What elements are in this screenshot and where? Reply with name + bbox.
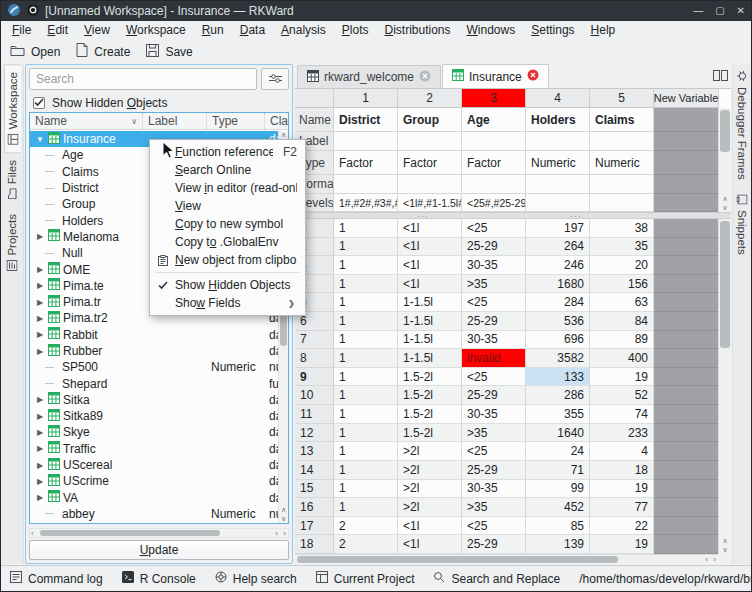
meta-cell-name-c5[interactable]: Claims	[590, 108, 654, 132]
cell-r1c1[interactable]: 1	[334, 219, 398, 238]
sidebar-tab-snippets[interactable]: Snippets	[734, 187, 750, 262]
cell-r12c2[interactable]: 1.5-2l	[398, 424, 462, 443]
cell-r10c1[interactable]: 1	[334, 386, 398, 405]
cell-r6c5[interactable]: 84	[590, 312, 654, 331]
chevron-down-icon[interactable]: ▼	[35, 135, 45, 144]
statusbar-current-project[interactable]: Current Project	[316, 571, 415, 586]
statusbar-r-console[interactable]: R Console	[122, 571, 196, 586]
tree-item-rabbit[interactable]: ▶Rabbitdat	[30, 327, 278, 343]
context-menu-item-copy-to-globalenv[interactable]: Copy to .GlobalEnv	[150, 233, 305, 251]
new-variable-cell-r15[interactable]	[654, 480, 719, 499]
cell-r3c3[interactable]: 30-35	[462, 256, 526, 275]
meta-cell-type-c4[interactable]: Numeric	[526, 151, 590, 175]
cell-r6c1[interactable]: 1	[334, 312, 398, 331]
save-button[interactable]: Save	[146, 44, 192, 60]
tree-header-type[interactable]: Type	[206, 113, 264, 129]
cell-r11c3[interactable]: 30-35	[462, 405, 526, 424]
new-variable-column-header[interactable]: #New Variable#	[654, 89, 719, 108]
tree-header-class[interactable]: Cla	[264, 113, 288, 129]
cell-r7c4[interactable]: 696	[526, 331, 590, 350]
meta-cell-label-c2[interactable]	[398, 132, 462, 151]
cell-r15c5[interactable]: 19	[590, 480, 654, 499]
meta-cell-levels-c3[interactable]: <25#,#25-29#...	[462, 194, 526, 212]
scroll-right-icon[interactable]: ›	[713, 555, 716, 564]
scroll-right-icon[interactable]: ›	[283, 529, 286, 537]
cell-r7c3[interactable]: 30-35	[462, 331, 526, 350]
cell-r12c5[interactable]: 233	[590, 424, 654, 443]
sidebar-tab-files[interactable]: Files	[4, 153, 20, 206]
cell-r18c2[interactable]: <1l	[398, 535, 462, 554]
cell-r3c5[interactable]: 20	[590, 256, 654, 275]
tree-item-abbey[interactable]: abbeyNumericnum	[30, 506, 278, 522]
cell-r11c4[interactable]: 355	[526, 405, 590, 424]
cell-r17c4[interactable]: 85	[526, 517, 590, 536]
menu-edit[interactable]: Edit	[39, 21, 76, 39]
cell-r5c3[interactable]: <25	[462, 293, 526, 312]
new-variable-cell-r4[interactable]	[654, 275, 719, 294]
tree-horizontal-scrollbar[interactable]: ‹ ‹ ›	[29, 528, 289, 538]
cell-r15c2[interactable]: >2l	[398, 480, 462, 499]
row-splitter[interactable]: ······	[295, 212, 731, 219]
tab-close-icon[interactable]	[527, 69, 539, 84]
cell-r1c2[interactable]: <1l	[398, 219, 462, 238]
cell-r5c1[interactable]: 1	[334, 293, 398, 312]
new-variable-cell-r6[interactable]	[654, 312, 719, 331]
new-variable-cell-r2[interactable]	[654, 238, 719, 257]
row-number-13[interactable]: 13	[295, 442, 334, 461]
new-variable-cell-r17[interactable]	[654, 517, 719, 536]
context-menu-item-show-fields[interactable]: Show Fields❯	[150, 294, 305, 312]
cell-r3c4[interactable]: 246	[526, 256, 590, 275]
sidebar-tab-debugger-frames[interactable]: Debugger Frames	[734, 64, 750, 187]
cell-r8c3[interactable]: invalid	[462, 349, 526, 368]
maximize-button[interactable]: ▢	[715, 6, 724, 16]
cell-r11c2[interactable]: 1.5-2l	[398, 405, 462, 424]
context-menu-item-function-reference[interactable]: Function referenceF2	[150, 143, 305, 161]
column-header-1[interactable]: 1	[334, 89, 398, 108]
scroll-up-icon[interactable]: ∧	[719, 537, 731, 545]
cell-r5c4[interactable]: 284	[526, 293, 590, 312]
cell-r11c5[interactable]: 74	[590, 405, 654, 424]
column-header-5[interactable]: 5	[590, 89, 654, 108]
cell-r16c4[interactable]: 452	[526, 498, 590, 517]
meta-cell-format-c4[interactable]	[526, 175, 590, 194]
cell-r12c4[interactable]: 1640	[526, 424, 590, 443]
new-variable-cell-r14[interactable]	[654, 461, 719, 480]
cell-r2c5[interactable]: 35	[590, 238, 654, 257]
tree-header-name[interactable]: Name∨	[30, 113, 142, 129]
cell-r13c2[interactable]: >2l	[398, 442, 462, 461]
new-variable-cell-r8[interactable]	[654, 349, 719, 368]
data-horizontal-scrollbar[interactable]: ‹ ›	[295, 554, 718, 564]
menu-help[interactable]: Help	[583, 21, 624, 39]
cell-r4c3[interactable]: >35	[462, 275, 526, 294]
cell-r18c5[interactable]: 19	[590, 535, 654, 554]
scroll-up-icon[interactable]: ∧	[279, 131, 288, 139]
tree-item-sitka[interactable]: ▶Sitkadat	[30, 392, 278, 408]
tab-close-icon[interactable]	[419, 70, 431, 85]
menu-distributions[interactable]: Distributions	[376, 21, 458, 39]
statusbar-command-log[interactable]: Command log	[10, 571, 103, 586]
filter-options-button[interactable]	[261, 68, 289, 90]
tab-insurance[interactable]: Insurance	[442, 64, 549, 88]
new-variable-cell-r1[interactable]	[654, 219, 719, 238]
meta-cell-format-c1[interactable]	[334, 175, 398, 194]
column-header-4[interactable]: 4	[526, 89, 590, 108]
row-number-7[interactable]: 7	[295, 331, 334, 350]
cell-r4c4[interactable]: 1680	[526, 275, 590, 294]
row-number-15[interactable]: 15	[295, 480, 334, 499]
meta-cell-type-c2[interactable]: Factor	[398, 151, 462, 175]
new-variable-meta-cell[interactable]	[654, 175, 719, 194]
chevron-right-icon[interactable]: ▶	[35, 461, 45, 470]
meta-cell-label-c3[interactable]	[462, 132, 526, 151]
scroll-down-icon[interactable]: ∨	[719, 546, 731, 554]
meta-cell-label-c1[interactable]	[334, 132, 398, 151]
cell-r12c3[interactable]: >35	[462, 424, 526, 443]
menu-settings[interactable]: Settings	[523, 21, 582, 39]
scroll-down-icon[interactable]: ∨	[279, 515, 288, 523]
menu-analysis[interactable]: Analysis	[273, 21, 334, 39]
new-variable-meta-cell[interactable]	[654, 132, 719, 151]
cell-r9c2[interactable]: 1.5-2l	[398, 368, 462, 387]
meta-cell-type-c3[interactable]: Factor	[462, 151, 526, 175]
new-variable-meta-cell[interactable]	[654, 151, 719, 175]
column-header-3[interactable]: 3	[462, 89, 526, 108]
row-number-14[interactable]: 14	[295, 461, 334, 480]
